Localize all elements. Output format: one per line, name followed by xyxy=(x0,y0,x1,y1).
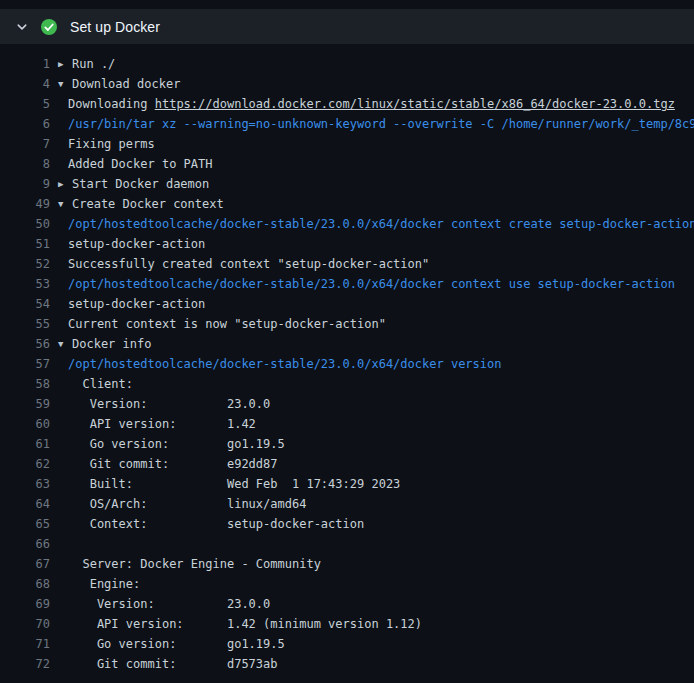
line-number[interactable]: 6 xyxy=(0,114,50,134)
log-text: setup-docker-action xyxy=(68,297,205,311)
log-line-text: /opt/hostedtoolcache/docker-stable/23.0.… xyxy=(58,354,501,374)
line-number[interactable]: 51 xyxy=(0,234,50,254)
log-text: Server: Docker Engine - Community xyxy=(68,557,321,571)
log-line: 1▶Run ./ xyxy=(0,54,694,74)
log-line: 53/opt/hostedtoolcache/docker-stable/23.… xyxy=(0,274,694,294)
log-line: 58 Client: xyxy=(0,374,694,394)
actions-log-viewer: Set up Docker 1▶Run ./4▼Download docker5… xyxy=(0,0,694,683)
log-link[interactable]: https://download.docker.com/linux/static… xyxy=(155,97,675,111)
line-number[interactable]: 1 xyxy=(0,54,50,74)
line-number[interactable]: 9 xyxy=(0,174,50,194)
log-group-header[interactable]: ▶Start Docker daemon xyxy=(58,174,209,194)
log-text: Version: 23.0.0 xyxy=(68,397,270,411)
log-line-text: Current context is now "setup-docker-act… xyxy=(58,314,386,334)
log-line-text: Downloading https://download.docker.com/… xyxy=(58,94,675,114)
log-group-header[interactable]: ▼Download docker xyxy=(58,74,180,94)
line-number[interactable]: 64 xyxy=(0,494,50,514)
log-text: Create Docker context xyxy=(72,197,224,211)
line-number[interactable]: 8 xyxy=(0,154,50,174)
log-line: 56▼Docker info xyxy=(0,334,694,354)
log-text: Client: xyxy=(68,377,133,391)
line-number[interactable]: 62 xyxy=(0,454,50,474)
log-text: Downloading xyxy=(68,97,155,111)
line-number[interactable]: 70 xyxy=(0,614,50,634)
line-number[interactable]: 65 xyxy=(0,514,50,534)
log-text: Current context is now "setup-docker-act… xyxy=(68,317,386,331)
log-line-text: Built: Wed Feb 1 17:43:29 2023 xyxy=(58,474,400,494)
line-number[interactable]: 61 xyxy=(0,434,50,454)
log-group-header[interactable]: ▼Create Docker context xyxy=(58,194,224,214)
line-number[interactable]: 54 xyxy=(0,294,50,314)
group-expanded-icon[interactable]: ▼ xyxy=(58,74,72,94)
log-text: OS/Arch: linux/amd64 xyxy=(68,497,306,511)
line-number[interactable]: 4 xyxy=(0,74,50,94)
line-number[interactable]: 52 xyxy=(0,254,50,274)
check-circle-icon xyxy=(41,19,57,35)
line-number[interactable]: 56 xyxy=(0,334,50,354)
log-text: Git commit: e92dd87 xyxy=(68,457,278,471)
log-line: 51setup-docker-action xyxy=(0,234,694,254)
log-line: 61 Go version: go1.19.5 xyxy=(0,434,694,454)
log-text: Go version: go1.19.5 xyxy=(68,637,285,651)
line-number[interactable]: 59 xyxy=(0,394,50,414)
line-number[interactable]: 49 xyxy=(0,194,50,214)
log-line: 63 Built: Wed Feb 1 17:43:29 2023 xyxy=(0,474,694,494)
group-expanded-icon[interactable]: ▼ xyxy=(58,334,72,354)
line-number[interactable]: 72 xyxy=(0,654,50,674)
log-line-text: API version: 1.42 xyxy=(58,414,256,434)
line-number[interactable]: 69 xyxy=(0,594,50,614)
log-line: 52Successfully created context "setup-do… xyxy=(0,254,694,274)
log-line: 68 Engine: xyxy=(0,574,694,594)
log-line-text: Client: xyxy=(58,374,133,394)
log-line-text: Go version: go1.19.5 xyxy=(58,434,285,454)
log-text: setup-docker-action xyxy=(68,237,205,251)
log-line-text: Server: Docker Engine - Community xyxy=(58,554,321,574)
log-text: Download docker xyxy=(72,77,180,91)
line-number[interactable]: 7 xyxy=(0,134,50,154)
log-line-text xyxy=(58,534,68,554)
line-number[interactable]: 50 xyxy=(0,214,50,234)
log-line-text: Git commit: d7573ab xyxy=(58,654,278,674)
log-line: 5Downloading https://download.docker.com… xyxy=(0,94,694,114)
log-line: 6/usr/bin/tar xz --warning=no-unknown-ke… xyxy=(0,114,694,134)
log-line-text: Added Docker to PATH xyxy=(58,154,213,174)
line-number[interactable]: 67 xyxy=(0,554,50,574)
line-number[interactable]: 55 xyxy=(0,314,50,334)
line-number[interactable]: 53 xyxy=(0,274,50,294)
group-expanded-icon[interactable]: ▼ xyxy=(58,194,72,214)
log-line: 59 Version: 23.0.0 xyxy=(0,394,694,414)
log-group-header[interactable]: ▶Run ./ xyxy=(58,54,115,74)
log-line-text: Version: 23.0.0 xyxy=(58,394,270,414)
log-line: 60 API version: 1.42 xyxy=(0,414,694,434)
line-number[interactable]: 66 xyxy=(0,534,50,554)
log-line: 55Current context is now "setup-docker-a… xyxy=(0,314,694,334)
log-line-text: setup-docker-action xyxy=(58,294,205,314)
log-area: 1▶Run ./4▼Download docker5Downloading ht… xyxy=(0,44,694,674)
log-line-text: setup-docker-action xyxy=(58,234,205,254)
chevron-down-icon[interactable] xyxy=(16,21,28,33)
log-line-text: Context: setup-docker-action xyxy=(58,514,364,534)
log-line: 9▶Start Docker daemon xyxy=(0,174,694,194)
line-number[interactable]: 5 xyxy=(0,94,50,114)
log-text: API version: 1.42 (minimum version 1.12) xyxy=(68,617,422,631)
group-collapsed-icon[interactable]: ▶ xyxy=(58,174,72,194)
group-collapsed-icon[interactable]: ▶ xyxy=(58,54,72,74)
log-line: 72 Git commit: d7573ab xyxy=(0,654,694,674)
log-line: 4▼Download docker xyxy=(0,74,694,94)
log-text: Engine: xyxy=(68,577,140,591)
log-line: 65 Context: setup-docker-action xyxy=(0,514,694,534)
step-title: Set up Docker xyxy=(70,19,160,35)
log-line: 54setup-docker-action xyxy=(0,294,694,314)
log-line: 7Fixing perms xyxy=(0,134,694,154)
line-number[interactable]: 60 xyxy=(0,414,50,434)
step-header[interactable]: Set up Docker xyxy=(0,9,694,44)
line-number[interactable]: 68 xyxy=(0,574,50,594)
log-group-header[interactable]: ▼Docker info xyxy=(58,334,151,354)
log-line-text: /usr/bin/tar xz --warning=no-unknown-key… xyxy=(58,114,694,134)
line-number[interactable]: 71 xyxy=(0,634,50,654)
log-line-text: Successfully created context "setup-dock… xyxy=(58,254,429,274)
line-number[interactable]: 57 xyxy=(0,354,50,374)
line-number[interactable]: 58 xyxy=(0,374,50,394)
log-line-text: /opt/hostedtoolcache/docker-stable/23.0.… xyxy=(58,214,694,234)
line-number[interactable]: 63 xyxy=(0,474,50,494)
